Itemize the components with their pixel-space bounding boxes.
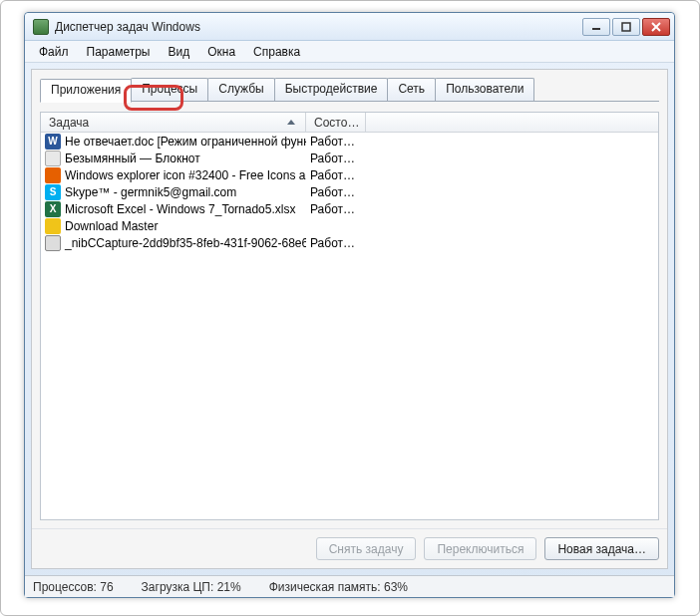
minimize-button[interactable] <box>582 18 610 36</box>
task-name: Не отвечает.doc [Режим ограниченной функ… <box>65 135 306 149</box>
menu-help[interactable]: Справка <box>245 43 308 61</box>
tab-users[interactable]: Пользователи <box>435 78 534 102</box>
list-item[interactable]: WНе отвечает.doc [Режим ограниченной фун… <box>41 133 658 150</box>
task-status: Работ… <box>306 236 366 250</box>
excel-icon: X <box>45 201 61 217</box>
list-item[interactable]: XMicrosoft Excel - Windows 7_Tornado5.xl… <box>41 200 658 217</box>
tabs-row: Приложения Процессы Службы Быстродействи… <box>40 78 659 102</box>
list-header: Задача Состо… <box>41 113 658 133</box>
task-name: _nibCCapture-2dd9bf35-8feb-431f-9062-68e… <box>65 236 306 250</box>
task-name: Download Master <box>65 219 158 233</box>
task-manager-icon <box>33 19 49 35</box>
tab-networking[interactable]: Сеть <box>387 78 436 102</box>
column-task[interactable]: Задача <box>41 113 306 132</box>
status-processes: Процессов: 76 <box>33 580 114 594</box>
firefox-icon <box>45 167 61 183</box>
end-task-button[interactable]: Снять задачу <box>316 537 417 560</box>
statusbar: Процессов: 76 Загрузка ЦП: 21% Физическа… <box>25 575 674 597</box>
task-status: Работ… <box>306 168 366 182</box>
switch-to-button[interactable]: Переключиться <box>424 537 536 560</box>
action-buttons: Снять задачу Переключиться Новая задача… <box>32 528 667 568</box>
status-memory: Физическая память: 63% <box>269 580 408 594</box>
task-name: Безымянный — Блокнот <box>65 152 200 165</box>
task-name: Windows explorer icon #32400 - Free Icon… <box>65 168 306 182</box>
svg-rect-1 <box>622 23 630 31</box>
tab-services[interactable]: Службы <box>207 78 274 102</box>
list-item[interactable]: Download Master <box>41 217 658 234</box>
sort-ascending-icon <box>287 120 295 125</box>
word-icon: W <box>45 134 61 150</box>
task-status: Работ… <box>306 135 366 149</box>
applications-list: Задача Состо… WНе отвечает.doc [Режим ог… <box>40 112 659 520</box>
task-name: Skype™ - germnik5@gmail.com <box>65 185 236 199</box>
skype-icon: S <box>45 184 61 200</box>
task-status: Работ… <box>306 202 366 216</box>
dm-icon <box>45 218 61 234</box>
menubar: Файл Параметры Вид Окна Справка <box>25 41 674 63</box>
menu-windows[interactable]: Окна <box>199 43 243 61</box>
titlebar[interactable]: Диспетчер задач Windows <box>25 13 674 41</box>
capture-icon <box>45 235 61 251</box>
task-manager-window: Диспетчер задач Windows Файл Параметры В… <box>24 12 675 598</box>
task-name: Microsoft Excel - Windows 7_Tornado5.xls… <box>65 202 295 216</box>
column-task-label: Задача <box>49 116 89 130</box>
maximize-button[interactable] <box>612 18 640 36</box>
tab-applications[interactable]: Приложения <box>40 79 132 103</box>
close-button[interactable] <box>642 18 670 36</box>
tab-performance[interactable]: Быстродействие <box>274 78 389 102</box>
menu-view[interactable]: Вид <box>160 43 197 61</box>
column-status[interactable]: Состо… <box>306 113 366 132</box>
task-status: Работ… <box>306 152 366 165</box>
window-title: Диспетчер задач Windows <box>55 20 582 34</box>
status-cpu: Загрузка ЦП: 21% <box>142 580 241 594</box>
notepad-icon <box>45 151 61 166</box>
task-status: Работ… <box>306 185 366 199</box>
menu-options[interactable]: Параметры <box>79 43 159 61</box>
new-task-button[interactable]: Новая задача… <box>544 537 659 560</box>
list-body[interactable]: WНе отвечает.doc [Режим ограниченной фун… <box>41 133 658 519</box>
list-item[interactable]: _nibCCapture-2dd9bf35-8feb-431f-9062-68e… <box>41 234 658 251</box>
client-area: Приложения Процессы Службы Быстродействи… <box>31 69 668 569</box>
list-item[interactable]: Безымянный — БлокнотРабот… <box>41 150 658 166</box>
list-item[interactable]: SSkype™ - germnik5@gmail.comРабот… <box>41 183 658 200</box>
column-status-label: Состо… <box>314 116 359 130</box>
menu-file[interactable]: Файл <box>31 43 77 61</box>
list-item[interactable]: Windows explorer icon #32400 - Free Icon… <box>41 166 658 183</box>
tab-processes[interactable]: Процессы <box>131 78 208 102</box>
